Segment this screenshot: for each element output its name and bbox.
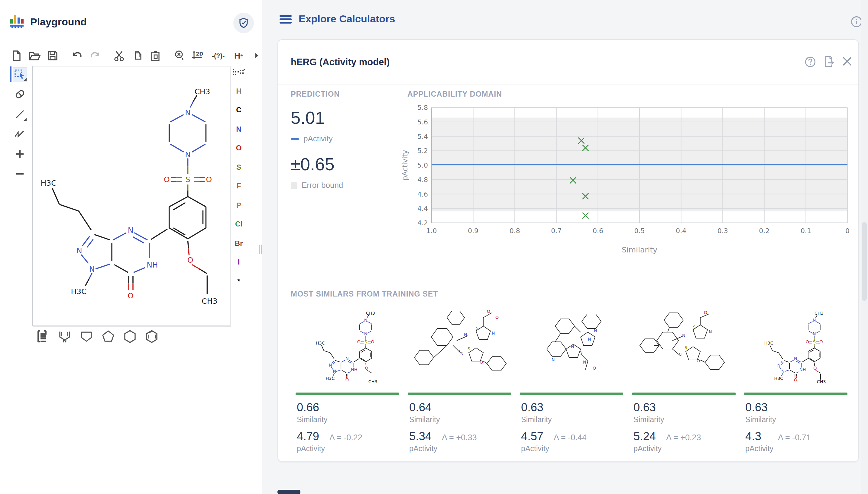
element-S-button[interactable]: S bbox=[236, 163, 241, 171]
hydrogens-button[interactable]: H± bbox=[231, 48, 247, 63]
charge-minus-button[interactable] bbox=[13, 167, 26, 180]
similar-card-1[interactable]: 0.66 Similarity 4.79 Δ = -0.22 pActivity bbox=[295, 301, 399, 470]
export-button[interactable] bbox=[823, 56, 835, 70]
similar-card-4[interactable]: NN SS NO O 0.63 Similarity 5.24 Δ = +0.2… bbox=[632, 301, 736, 470]
svg-text:N: N bbox=[709, 329, 712, 334]
svg-text:N: N bbox=[579, 350, 582, 355]
svg-text:O: O bbox=[128, 291, 133, 300]
element-toolbar: H C N O S F P Cl Br I * bbox=[231, 68, 247, 285]
error-bound-legend: Error bound bbox=[291, 180, 343, 190]
y-tick-label: 4.4 bbox=[417, 205, 428, 212]
similarity-value: 0.63 bbox=[633, 401, 656, 414]
pactivity-label: pActivity bbox=[745, 444, 773, 453]
molecule-canvas[interactable]: CH3 N N O S O O CH3 N NH O N N H3C H3C bbox=[32, 66, 230, 326]
open-file-button[interactable] bbox=[26, 48, 42, 63]
similarity-label: Similarity bbox=[297, 416, 327, 424]
similarity-label: Similarity bbox=[745, 416, 776, 424]
ad-section-title: APPLICABILITY DOMAIN bbox=[408, 90, 502, 98]
eraser-icon bbox=[14, 88, 26, 100]
template-benzene-button[interactable] bbox=[144, 329, 160, 344]
plus-icon bbox=[15, 149, 25, 159]
new-document-button[interactable] bbox=[8, 48, 24, 63]
x-tick-label: 0.6 bbox=[593, 227, 603, 235]
help-button[interactable] bbox=[804, 56, 816, 70]
redo-button[interactable] bbox=[87, 48, 103, 63]
save-button[interactable] bbox=[45, 48, 60, 63]
template-cyclohexane-button[interactable] bbox=[122, 329, 138, 344]
horizontal-scrollbar-thumb[interactable] bbox=[277, 490, 301, 494]
panel-resize-handle[interactable] bbox=[259, 245, 264, 254]
template-cyclopentadiene-button[interactable] bbox=[78, 329, 94, 344]
close-button[interactable] bbox=[842, 56, 852, 69]
element-N-button[interactable]: N bbox=[236, 125, 241, 133]
chain-tool-button[interactable] bbox=[13, 128, 26, 141]
y-tick-label: 4.2 bbox=[417, 219, 428, 227]
similarity-label: Similarity bbox=[409, 416, 440, 424]
svg-text:N: N bbox=[551, 357, 555, 362]
element-C-button[interactable]: C bbox=[236, 106, 241, 114]
svg-text:N: N bbox=[594, 328, 597, 333]
similar-card-2[interactable]: NN SS NO OO 0.64 Similarity 5.34 Δ = +0.… bbox=[408, 301, 511, 470]
element-H-button[interactable]: H bbox=[236, 87, 241, 95]
cut-button[interactable] bbox=[111, 48, 127, 63]
x-tick-label: 0.2 bbox=[759, 227, 770, 235]
element-any-button[interactable]: * bbox=[237, 277, 240, 285]
similars-row: 0.66 Similarity 4.79 Δ = -0.22 pActivity bbox=[295, 301, 847, 470]
paste-button[interactable] bbox=[147, 48, 163, 63]
aromatize-button[interactable]: -(?)- bbox=[208, 48, 229, 63]
template-pyrrole-button[interactable]: N bbox=[57, 329, 73, 344]
element-Cl-button[interactable]: Cl bbox=[235, 220, 242, 228]
similarity-bar bbox=[744, 393, 847, 395]
element-P-button[interactable]: P bbox=[236, 201, 241, 209]
vertical-scrollbar-thumb[interactable] bbox=[862, 222, 867, 301]
svg-text:N: N bbox=[89, 265, 95, 273]
pactivity-value: 5.34 bbox=[409, 430, 432, 443]
export-icon bbox=[823, 56, 835, 68]
similarity-value: 0.63 bbox=[745, 401, 768, 414]
reaction-mapping-icon[interactable] bbox=[231, 68, 247, 76]
element-I-button[interactable]: I bbox=[238, 258, 240, 266]
chain-icon bbox=[14, 129, 26, 139]
page-title: Playground bbox=[30, 16, 87, 28]
prediction-section-title: PREDICTION bbox=[291, 90, 340, 98]
svg-text:O: O bbox=[187, 256, 194, 265]
charge-plus-button[interactable] bbox=[13, 147, 26, 160]
similarity-value: 0.64 bbox=[409, 401, 432, 414]
similar-card-5[interactable]: 0.63 Similarity 4.3 Δ = -0.71 pActivity bbox=[744, 301, 847, 470]
vertical-scrollbar-track[interactable] bbox=[861, 0, 868, 494]
bond-tool-button[interactable] bbox=[13, 108, 26, 121]
herg-model-card: hERG (Activity model) PREDICTION 5.01 pA… bbox=[277, 39, 859, 462]
similar-card-3[interactable]: NN NN NO N 0.63 Similarity 4.57 Δ = -0.4… bbox=[520, 301, 623, 470]
svg-text:NH: NH bbox=[147, 261, 158, 269]
pactivity-label: pActivity bbox=[633, 444, 662, 453]
zoom-reset-button[interactable] bbox=[172, 48, 187, 63]
structure-library-button[interactable] bbox=[35, 329, 51, 344]
template-cyclopentane-button[interactable] bbox=[100, 329, 116, 344]
structure-check-button[interactable] bbox=[233, 13, 254, 33]
element-Br-button[interactable]: Br bbox=[235, 239, 243, 247]
selection-tool-button[interactable] bbox=[13, 68, 26, 81]
x-tick-label: 0.4 bbox=[676, 227, 686, 235]
undo-button[interactable] bbox=[69, 48, 85, 63]
y-axis-label: pActivity bbox=[401, 150, 409, 180]
erase-tool-button[interactable] bbox=[13, 88, 26, 101]
copy-button[interactable] bbox=[129, 48, 145, 63]
svg-text:N: N bbox=[185, 150, 191, 159]
svg-text:N: N bbox=[588, 337, 591, 342]
similarity-label: Similarity bbox=[633, 416, 664, 424]
menu-icon[interactable] bbox=[279, 15, 292, 24]
similarity-value: 0.63 bbox=[521, 401, 543, 414]
similarity-label: Similarity bbox=[521, 416, 551, 424]
element-O-button[interactable]: O bbox=[236, 144, 242, 152]
y-tick-label: 5.2 bbox=[417, 147, 428, 155]
element-F-button[interactable]: F bbox=[237, 182, 241, 190]
playground-logo-icon bbox=[8, 13, 24, 30]
svg-text:H3C: H3C bbox=[71, 287, 87, 296]
molecule-thumbnail: NN SS NO OO bbox=[408, 306, 511, 390]
svg-text:S: S bbox=[185, 175, 191, 184]
toolbar-more-button[interactable] bbox=[249, 48, 265, 63]
pactivity-delta: Δ = +0.33 bbox=[442, 433, 477, 442]
structure-editor-panel: Playground bbox=[0, 0, 262, 494]
pactivity-delta: Δ = -0.44 bbox=[554, 433, 586, 442]
layout-2d-button[interactable]: 2D bbox=[190, 48, 205, 63]
